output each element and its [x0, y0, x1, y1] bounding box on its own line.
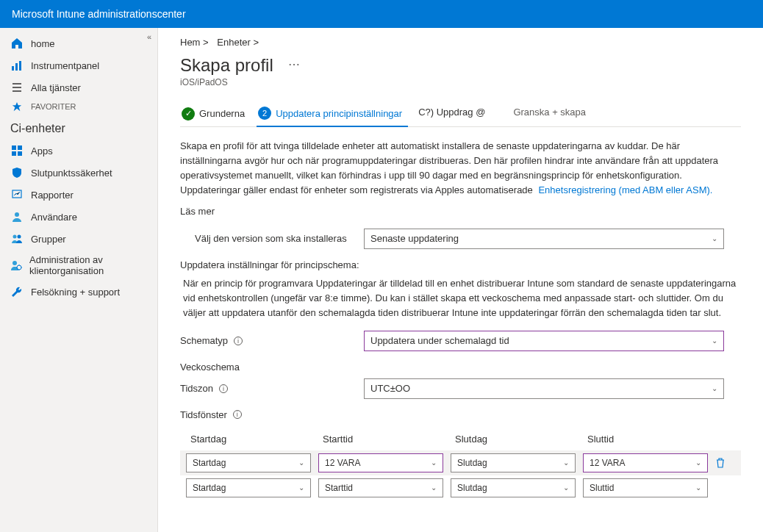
- dd-value: Sluttid: [590, 483, 614, 493]
- breadcrumb-devices[interactable]: Enheter >: [217, 37, 259, 48]
- nav-label: Instrumentpanel: [31, 60, 99, 71]
- svg-rect-1: [15, 63, 18, 71]
- info-icon[interactable]: i: [219, 384, 228, 393]
- svg-rect-6: [18, 151, 22, 156]
- step-label: Uppdatera principinställningar: [276, 108, 402, 119]
- chevron-down-icon: ⌄: [695, 484, 701, 492]
- page-subtitle: iOS/iPadOS: [180, 77, 741, 87]
- svg-point-10: [18, 235, 21, 239]
- svg-point-9: [13, 235, 17, 239]
- select-version-dropdown[interactable]: Senaste uppdatering ⌄: [364, 229, 724, 249]
- dd-value: Starttid: [325, 483, 353, 493]
- star-icon: [10, 100, 24, 113]
- col-endday: Slutdag: [455, 434, 580, 445]
- dd-value: Senaste uppdatering: [370, 233, 459, 244]
- apps-icon: [10, 144, 24, 157]
- step-review[interactable]: Granska + skapa: [513, 107, 586, 123]
- report-icon: [10, 188, 24, 201]
- breadcrumb: Hem > Enheter >: [180, 37, 741, 48]
- nav-reports[interactable]: Rapporter: [0, 184, 157, 206]
- wrench-icon: [10, 285, 24, 298]
- starttime-dropdown[interactable]: Starttid ⌄: [318, 478, 443, 497]
- portal-header: Microsoft Intune administrationscenter: [0, 0, 763, 28]
- learn-more-link[interactable]: Läs mer: [180, 206, 741, 217]
- shield-icon: [10, 166, 24, 179]
- chevron-down-icon: ⌄: [712, 384, 717, 392]
- info-icon[interactable]: i: [234, 337, 243, 345]
- list-icon: [10, 81, 24, 94]
- nav-dashboard[interactable]: Instrumentpanel: [0, 54, 157, 76]
- endtime-dropdown[interactable]: 12 VARA ⌄: [583, 453, 708, 472]
- nav-label: Slutpunktssäkerhet: [31, 168, 112, 179]
- time-windows-label: Tidsfönster i: [180, 409, 364, 420]
- table-row: Startdag ⌄ 12 VARA ⌄ Slutdag ⌄ 12 VARA ⌄: [180, 450, 741, 475]
- schedule-type-dropdown[interactable]: Uppdatera under schemalagd tid ⌄: [364, 331, 724, 351]
- select-version-label: Välj den version som ska installeras: [180, 233, 364, 244]
- nav-users[interactable]: Användare: [0, 206, 157, 228]
- nav-endpoint-security[interactable]: Slutpunktssäkerhet: [0, 162, 157, 184]
- nav-all-services[interactable]: Alla tjänster: [0, 76, 157, 98]
- dd-value: Startdag: [193, 458, 226, 468]
- nav-tenant-admin[interactable]: Administration av klientorganisation: [0, 250, 157, 281]
- device-enrollment-link[interactable]: Enhetsregistrering (med ABM eller ASM).: [538, 184, 712, 195]
- chevron-down-icon: ⌄: [431, 459, 437, 467]
- nav-favorites-star[interactable]: FAVORITER: [0, 98, 157, 115]
- dd-value: UTC±OO: [370, 383, 410, 394]
- time-windows-table: Startdag Starttid Slutdag Sluttid Startd…: [180, 431, 741, 500]
- endday-dropdown[interactable]: Slutdag ⌄: [451, 478, 576, 497]
- nav-apps[interactable]: Apps: [0, 140, 157, 162]
- user-icon: [10, 210, 24, 223]
- chevron-down-icon: ⌄: [298, 484, 304, 492]
- breadcrumb-home[interactable]: Hem >: [180, 37, 209, 48]
- startday-dropdown[interactable]: Startdag ⌄: [186, 478, 311, 497]
- chevron-down-icon: ⌄: [563, 484, 569, 492]
- more-actions-icon[interactable]: ⋯: [288, 57, 300, 71]
- step-update-settings[interactable]: 2 Uppdatera principinställningar: [257, 104, 408, 127]
- nav-home[interactable]: home: [0, 32, 157, 54]
- startday-dropdown[interactable]: Startdag ⌄: [186, 453, 311, 472]
- svg-rect-2: [19, 61, 21, 71]
- table-row: Startdag ⌄ Starttid ⌄ Slutdag ⌄ Sluttid …: [180, 475, 741, 500]
- home-icon: [10, 37, 24, 50]
- portal-title: Microsoft Intune administrationscenter: [12, 8, 186, 20]
- chevron-down-icon: ⌄: [695, 459, 701, 467]
- nav-label: Grupper: [31, 234, 66, 245]
- chevron-down-icon: ⌄: [431, 484, 437, 492]
- info-icon[interactable]: i: [233, 410, 242, 419]
- nav-label: home: [31, 38, 55, 49]
- schedule-type-label: Schematyp i: [180, 335, 364, 346]
- dd-value: 12 VARA: [325, 458, 360, 468]
- dd-value: 12 VARA: [590, 458, 625, 468]
- svg-point-11: [12, 261, 17, 265]
- wizard-steps: ✓ Grunderna 2 Uppdatera principinställni…: [180, 104, 741, 127]
- step-assignments[interactable]: C?) Uppdrag @: [418, 107, 485, 123]
- main-content: Hem > Enheter > Skapa profil ⋯ iOS/iPadO…: [158, 28, 763, 532]
- nav-troubleshoot[interactable]: Felsökning + support: [0, 281, 157, 303]
- svg-point-8: [15, 212, 19, 217]
- step-number-icon: 2: [258, 107, 271, 120]
- admin-icon: [10, 259, 22, 272]
- col-endtime: Sluttid: [587, 434, 712, 445]
- chevron-down-icon: ⌄: [298, 459, 304, 467]
- timezone-dropdown[interactable]: UTC±OO ⌄: [364, 378, 724, 399]
- dd-value: Slutdag: [457, 483, 487, 493]
- col-startday: Startdag: [190, 434, 315, 445]
- svg-point-12: [17, 265, 21, 270]
- week-schedule-heading: Veckoschema: [180, 362, 741, 373]
- col-starttime: Starttid: [323, 434, 448, 445]
- svg-rect-0: [12, 66, 14, 71]
- schedule-heading: Uppdatera inställningar för principschem…: [180, 259, 741, 270]
- chevron-down-icon: ⌄: [563, 459, 569, 467]
- sidebar-collapse-icon[interactable]: «: [147, 32, 151, 41]
- delete-row-icon[interactable]: [715, 457, 737, 469]
- step-basics[interactable]: ✓ Grunderna: [180, 104, 251, 126]
- nav-groups[interactable]: Grupper: [0, 228, 157, 250]
- nav-label: Administration av klientorganisation: [29, 254, 147, 276]
- chevron-down-icon: ⌄: [712, 337, 717, 345]
- profile-description: Skapa en profil för att tvinga tilldelad…: [180, 139, 741, 198]
- endtime-dropdown[interactable]: Sluttid ⌄: [583, 478, 708, 497]
- dd-value: Slutdag: [457, 458, 487, 468]
- endday-dropdown[interactable]: Slutdag ⌄: [451, 453, 576, 472]
- chevron-down-icon: ⌄: [712, 234, 717, 242]
- starttime-dropdown[interactable]: 12 VARA ⌄: [318, 453, 443, 472]
